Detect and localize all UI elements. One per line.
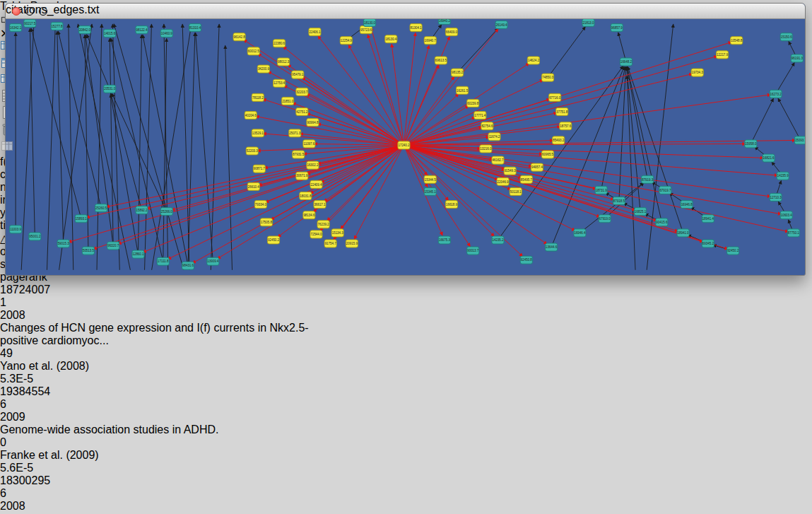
graph-node[interactable]: 15093.7 xyxy=(794,136,805,144)
graph-node[interactable]: 22406.1 xyxy=(309,28,321,36)
graph-node[interactable]: 82754.6 xyxy=(481,122,493,130)
graph-node[interactable]: 16825.1 xyxy=(635,208,647,216)
graph-node[interactable]: 16273.2 xyxy=(770,90,782,98)
graph-node[interactable]: 87919.3 xyxy=(642,175,654,183)
cell-title[interactable]: Changes of HCN gene expression and I(f) … xyxy=(0,322,346,347)
cell-name[interactable]: 18724007 xyxy=(0,284,71,296)
minimize-window-button[interactable] xyxy=(25,7,34,16)
graph-node[interactable]: 10460.9 xyxy=(160,30,172,37)
graph-node[interactable]: 22380.6 xyxy=(273,40,285,47)
graph-node[interactable]: 12860.1 xyxy=(132,250,144,258)
graph-node[interactable]: 22409.4 xyxy=(310,180,322,188)
graph-node[interactable]: 69613.5 xyxy=(435,57,447,64)
table-row[interactable]: 1830029562008Estimation of significance … xyxy=(0,474,812,514)
graph-node[interactable]: 13216.0 xyxy=(480,145,492,153)
graph-node[interactable]: 18731.9 xyxy=(595,186,607,194)
graph-node[interactable]: 90994.8 xyxy=(307,119,319,127)
graph-node[interactable]: 14235.9 xyxy=(777,172,789,180)
graph-node[interactable]: 79334.0 xyxy=(254,201,266,209)
graph-node[interactable]: 18941.0 xyxy=(677,229,689,237)
graph-node[interactable]: 96857.9 xyxy=(611,24,623,32)
graph-node[interactable]: 96142.8 xyxy=(233,33,245,41)
graph-node[interactable]: 18941.4 xyxy=(702,215,714,223)
graph-node[interactable]: 90217.5 xyxy=(24,20,36,28)
graph-node[interactable]: 40204.6 xyxy=(245,112,257,119)
graph-node[interactable]: 98012.3 xyxy=(278,58,290,66)
graph-node[interactable]: 16946.8 xyxy=(681,201,693,209)
graph-node[interactable]: 18031.8 xyxy=(300,192,312,199)
graph-node[interactable]: 14624.2 xyxy=(527,57,539,64)
graph-node[interactable]: 94957.4 xyxy=(531,163,543,171)
graph-node[interactable]: 66409.0 xyxy=(445,28,457,36)
table-row[interactable]: 1872400712008Changes of HCN gene express… xyxy=(0,284,812,385)
cell-year[interactable]: 2008 xyxy=(0,309,52,322)
graph-node[interactable]: 34200.9 xyxy=(257,65,269,73)
graph-node[interactable]: 25071.3 xyxy=(289,129,301,137)
network-graph[interactable]: 17240.222380.698012.334200.912753.495479… xyxy=(6,19,805,270)
graph-node[interactable]: 25266.0 xyxy=(160,208,172,216)
graph-node[interactable]: 18130.0 xyxy=(364,19,376,27)
graph-node[interactable]: 11003.9 xyxy=(10,226,22,233)
graph-node[interactable]: 16821.6 xyxy=(763,154,775,162)
graph-node[interactable]: 10548.8 xyxy=(731,37,743,45)
graph-node[interactable]: 78118.2 xyxy=(252,93,264,101)
graph-node[interactable]: 87750.1 xyxy=(787,229,799,237)
cell-out_degree[interactable]: 49 xyxy=(0,347,51,360)
graph-node[interactable]: 14235.2 xyxy=(492,236,504,244)
graph-node[interactable]: 96320.7 xyxy=(107,242,119,250)
graph-node[interactable]: 11097.6 xyxy=(303,140,315,148)
graph-node[interactable]: 85495.7 xyxy=(520,175,532,183)
graph-node[interactable]: 26149.4 xyxy=(495,21,507,29)
graph-node[interactable]: 72544.0 xyxy=(310,230,322,238)
graph-node[interactable]: 15134.3 xyxy=(331,229,343,237)
network-canvas[interactable]: 17240.222380.698012.334200.912753.495479… xyxy=(6,19,805,273)
close-window-button[interactable] xyxy=(12,7,20,16)
graph-node[interactable]: 26610.4 xyxy=(247,182,259,190)
graph-node[interactable]: 13529.1 xyxy=(252,129,264,137)
graph-node[interactable]: 98134.6 xyxy=(303,211,315,219)
graph-node[interactable]: 25260.5 xyxy=(95,204,107,212)
graph-node[interactable]: 16940.2 xyxy=(438,19,450,25)
graph-node[interactable]: 95001.2 xyxy=(29,233,41,240)
graph-node[interactable]: 67919.0 xyxy=(599,215,611,223)
graph-node[interactable]: 96191.3 xyxy=(791,54,803,62)
cell-name[interactable]: 19384554 xyxy=(0,385,71,398)
graph-node[interactable]: 69345.2 xyxy=(702,240,714,247)
graph-node[interactable]: 91549.3 xyxy=(504,167,516,175)
graph-node[interactable]: 12710.3 xyxy=(770,193,782,201)
graph-node[interactable]: 30671.9 xyxy=(296,172,308,180)
graph-node[interactable]: 85493.2 xyxy=(553,136,565,144)
graph-node[interactable]: 12254.9 xyxy=(340,37,352,45)
graph-node[interactable]: 60239.8 xyxy=(467,99,479,107)
cell-out_degree[interactable]: 0 xyxy=(0,436,51,449)
graph-node[interactable]: 81304.1 xyxy=(410,24,422,32)
zoom-window-button[interactable] xyxy=(39,7,47,16)
graph-node[interactable]: 16261.5 xyxy=(457,86,469,94)
graph-node[interactable]: 15958.0 xyxy=(745,140,757,148)
graph-node[interactable]: 22046.9 xyxy=(497,177,509,185)
cell-short[interactable]: Franke et al. (2009) xyxy=(0,449,122,462)
graph-node[interactable]: 42751.2 xyxy=(296,107,308,115)
graph-node[interactable]: 11674.2 xyxy=(488,133,500,141)
graph-node[interactable]: 90871.7 xyxy=(253,165,265,173)
graph-node[interactable]: 67716.0 xyxy=(549,93,561,101)
graph-node[interactable]: 52203.3 xyxy=(246,147,258,155)
graph-node[interactable]: 15892.2 xyxy=(136,206,148,214)
table-row[interactable]: 1938455462009Genome-wide association stu… xyxy=(0,385,812,474)
graph-node[interactable]: 13909.4 xyxy=(207,257,219,265)
graph-node[interactable]: 20842.0 xyxy=(78,26,90,34)
cell-year[interactable]: 2009 xyxy=(0,411,52,424)
graph-node[interactable]: 60965.5 xyxy=(542,151,554,158)
graph-node[interactable]: 20531.0 xyxy=(104,85,116,93)
graph-node[interactable]: 60012.5 xyxy=(247,47,259,55)
graph-node[interactable]: 14015.6 xyxy=(104,30,116,37)
graph-node[interactable]: 95723.6 xyxy=(360,26,372,34)
graph-node[interactable]: 98431.6 xyxy=(182,262,194,269)
graph-node[interactable]: 87931.5 xyxy=(293,151,305,158)
graph-node[interactable]: 16940.7 xyxy=(424,37,436,45)
graph-node[interactable]: 92450.2 xyxy=(267,236,279,244)
graph-node[interactable]: 19734.3 xyxy=(691,69,703,76)
graph-node[interactable]: 76239.2 xyxy=(317,221,329,228)
graph-node[interactable]: 15345.1 xyxy=(424,187,436,195)
graph-node[interactable]: 81310.4 xyxy=(189,24,201,32)
